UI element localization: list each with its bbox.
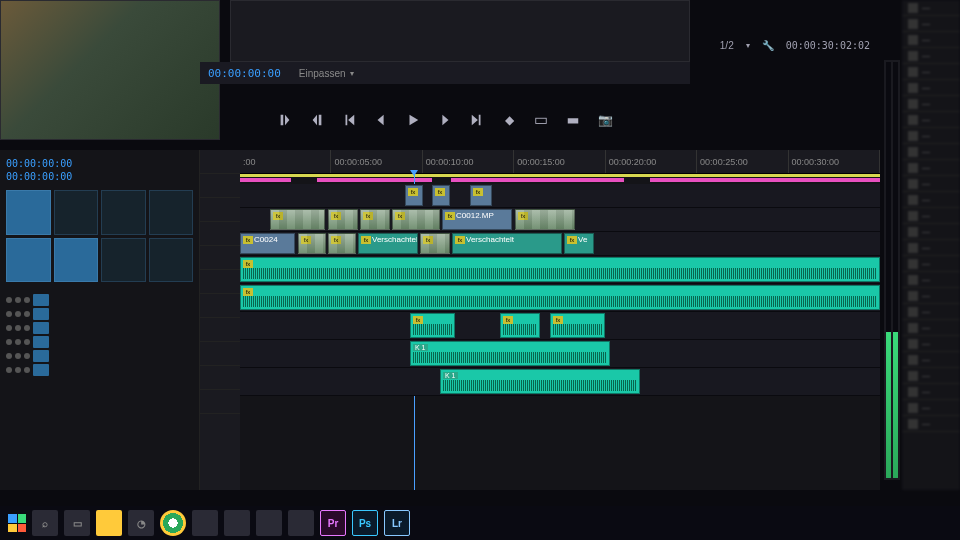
taskbar-app-icon[interactable]	[256, 510, 282, 536]
track-toggle[interactable]	[33, 350, 49, 362]
video-clip[interactable]: fx	[420, 233, 450, 254]
track-header[interactable]	[200, 294, 240, 318]
audio-track-a5[interactable]: K 1	[240, 368, 880, 396]
title-clip[interactable]: fx	[405, 185, 423, 206]
taskbar-app-icon[interactable]	[192, 510, 218, 536]
effects-list-item[interactable]: —	[902, 224, 960, 240]
extract-button[interactable]	[564, 111, 582, 129]
photoshop-icon[interactable]: Ps	[352, 510, 378, 536]
track-header[interactable]	[200, 390, 240, 414]
video-clip[interactable]: fx	[298, 233, 326, 254]
bin-item[interactable]	[101, 190, 146, 235]
effects-list-item[interactable]: —	[902, 80, 960, 96]
audio-clip[interactable]: fx	[240, 285, 880, 310]
video-clip[interactable]: fxC0024	[240, 233, 295, 254]
effects-list-item[interactable]: —	[902, 144, 960, 160]
go-to-out-button[interactable]	[468, 111, 486, 129]
video-clip[interactable]: fxC0012.MP	[442, 209, 512, 230]
track-header[interactable]	[200, 366, 240, 390]
bin-item[interactable]	[6, 238, 51, 283]
effects-list-item[interactable]: —	[902, 0, 960, 16]
play-button[interactable]	[404, 111, 422, 129]
effects-list-item[interactable]: —	[902, 352, 960, 368]
task-view-icon[interactable]: ▭	[64, 510, 90, 536]
track-header[interactable]	[200, 342, 240, 366]
effects-list-item[interactable]: —	[902, 416, 960, 432]
start-button[interactable]	[8, 514, 26, 532]
lift-button[interactable]	[532, 111, 550, 129]
time-ruler[interactable]: :00 00:00:05:00 00:00:10:00 00:00:15:00 …	[240, 150, 880, 174]
audio-clip[interactable]: K 1	[440, 369, 640, 394]
audio-clip[interactable]: K 1	[410, 341, 610, 366]
audio-clip[interactable]: fx	[410, 313, 455, 338]
video-clip[interactable]: fx	[392, 209, 440, 230]
audio-track-a4[interactable]: K 1	[240, 340, 880, 368]
bin-item[interactable]	[6, 190, 51, 235]
video-track-v1[interactable]: fxC0024 fx fx fxVerschachtelt fx fxVersc…	[240, 232, 880, 256]
nested-clip[interactable]: fxVe	[564, 233, 594, 254]
nested-clip[interactable]: fxVerschachtelt	[452, 233, 562, 254]
bin-item[interactable]	[54, 190, 99, 235]
video-track-v2[interactable]: fx fx fx fx fxC0012.MP fx	[240, 208, 880, 232]
project-timecode-2[interactable]: 00:00:00:00	[6, 171, 193, 182]
video-track-v3[interactable]: fx fx fx	[240, 184, 880, 208]
track-header[interactable]	[200, 174, 240, 198]
effects-list-item[interactable]: —	[902, 400, 960, 416]
effects-list-item[interactable]: —	[902, 128, 960, 144]
timeline-body[interactable]: :00 00:00:05:00 00:00:10:00 00:00:15:00 …	[240, 150, 880, 490]
effects-list-item[interactable]: —	[902, 16, 960, 32]
effects-list-item[interactable]: —	[902, 112, 960, 128]
effects-list-item[interactable]: —	[902, 208, 960, 224]
search-icon[interactable]: ⌕	[32, 510, 58, 536]
track-toggle[interactable]	[33, 336, 49, 348]
effects-list-item[interactable]: —	[902, 320, 960, 336]
audio-clip[interactable]: fx	[500, 313, 540, 338]
step-back-button[interactable]	[372, 111, 390, 129]
premiere-icon[interactable]: Pr	[320, 510, 346, 536]
effects-list-item[interactable]: —	[902, 368, 960, 384]
effects-list-item[interactable]: —	[902, 96, 960, 112]
effects-list-item[interactable]: —	[902, 336, 960, 352]
nested-clip[interactable]: fxVerschachtelt	[358, 233, 418, 254]
work-area-bar[interactable]	[240, 174, 880, 177]
video-clip[interactable]: fx	[328, 233, 356, 254]
chrome-icon[interactable]	[160, 510, 186, 536]
video-clip[interactable]: fx	[270, 209, 325, 230]
source-monitor-thumbnail[interactable]	[0, 0, 220, 140]
track-toggle[interactable]	[33, 364, 49, 376]
title-clip[interactable]: fx	[470, 185, 492, 206]
go-to-in-button[interactable]	[340, 111, 358, 129]
effects-list-item[interactable]: —	[902, 192, 960, 208]
mark-in-button[interactable]	[276, 111, 294, 129]
effects-list-item[interactable]: —	[902, 48, 960, 64]
track-toggle[interactable]	[33, 294, 49, 306]
bin-item[interactable]	[101, 238, 146, 283]
track-header[interactable]	[200, 318, 240, 342]
bin-item[interactable]	[149, 190, 194, 235]
title-clip[interactable]: fx	[432, 185, 450, 206]
lightroom-icon[interactable]: Lr	[384, 510, 410, 536]
effects-list-item[interactable]: —	[902, 304, 960, 320]
effects-list-item[interactable]: —	[902, 288, 960, 304]
track-header[interactable]	[200, 150, 240, 174]
wrench-icon[interactable]: 🔧	[762, 40, 774, 51]
track-header[interactable]	[200, 222, 240, 246]
effects-list-item[interactable]: —	[902, 64, 960, 80]
effects-list-item[interactable]: —	[902, 256, 960, 272]
effects-list-item[interactable]: —	[902, 384, 960, 400]
audio-clip[interactable]: fx	[550, 313, 605, 338]
project-timecode-1[interactable]: 00:00:00:00	[6, 158, 193, 169]
track-toggle[interactable]	[33, 308, 49, 320]
playback-resolution-label[interactable]: 1/2	[720, 40, 734, 51]
step-forward-button[interactable]	[436, 111, 454, 129]
marker-bar[interactable]	[240, 178, 880, 182]
add-marker-button[interactable]: ◆	[500, 111, 518, 129]
track-header[interactable]	[200, 246, 240, 270]
bin-item[interactable]	[149, 238, 194, 283]
taskbar-app-icon[interactable]	[288, 510, 314, 536]
mark-out-button[interactable]	[308, 111, 326, 129]
export-frame-button[interactable]: 📷	[596, 111, 614, 129]
effects-list-item[interactable]: —	[902, 160, 960, 176]
taskbar-app-icon[interactable]: ◔	[128, 510, 154, 536]
file-explorer-icon[interactable]	[96, 510, 122, 536]
